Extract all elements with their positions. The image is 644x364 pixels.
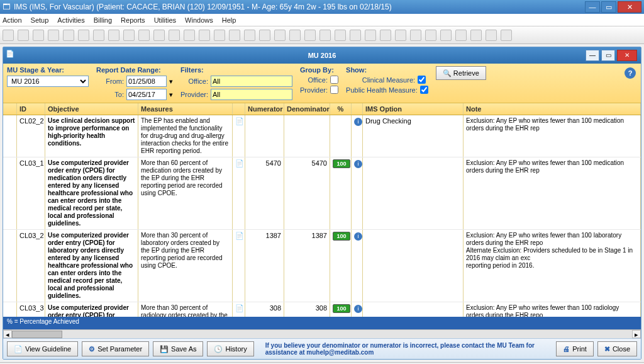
menu-billing[interactable]: Billing (94, 16, 112, 24)
info-icon[interactable]: i (354, 232, 362, 241)
guideline-icon[interactable]: 📄 (235, 304, 244, 312)
from-date-picker-icon[interactable]: ▾ (169, 77, 173, 86)
col-id[interactable]: ID (17, 103, 45, 115)
col-note[interactable]: Note (464, 103, 641, 115)
toolbar-icon-22[interactable] (335, 30, 346, 41)
toolbar-icon-17[interactable] (259, 30, 270, 41)
guideline-icon[interactable]: 📄 (235, 117, 244, 125)
table-row[interactable]: CL03_3Use computerized provider order en… (3, 302, 641, 317)
horizontal-scrollbar[interactable]: ◂ ▸ (3, 329, 641, 338)
menu-reports[interactable]: Reports (121, 16, 145, 24)
toolbar-icon-4[interactable] (63, 30, 74, 41)
toolbar-icon-11[interactable] (169, 30, 180, 41)
close-button[interactable]: ✖Close (597, 341, 637, 356)
menu-help[interactable]: Help (222, 16, 236, 24)
window-max-button[interactable]: ▭ (601, 1, 616, 13)
scrollbar-thumb[interactable] (12, 331, 62, 338)
col-measures[interactable]: Measures (138, 103, 233, 115)
panel-max-button[interactable]: ▭ (601, 50, 615, 61)
toolbar-icon-5[interactable] (78, 30, 89, 41)
toolbar-icon-28[interactable] (425, 30, 436, 41)
row-id: CL03_2 (17, 230, 45, 302)
groupby-provider-check[interactable] (330, 86, 338, 94)
info-icon[interactable]: i (354, 305, 362, 313)
guideline-icon[interactable]: 📄 (235, 159, 244, 167)
table-row[interactable]: CL02_2Use clinical decision support to i… (3, 115, 641, 157)
window-close-button[interactable]: ✕ (618, 1, 641, 13)
office-label: Office: (180, 77, 208, 85)
toolbar-icon-3[interactable] (48, 30, 59, 41)
toolbar-icon-8[interactable] (123, 30, 135, 41)
toolbar-icon-14[interactable] (214, 30, 225, 41)
toolbar-icon-30[interactable] (455, 30, 467, 41)
row-numerator: 308 (245, 302, 284, 317)
col-numerator[interactable]: Numerator (245, 103, 284, 115)
row-numerator: 1387 (245, 230, 284, 302)
public-measure-check[interactable] (420, 86, 428, 94)
toolbar-icon-33[interactable] (501, 30, 512, 41)
menu-setup[interactable]: Setup (31, 16, 49, 24)
col-objective[interactable]: Objective (45, 103, 138, 115)
print-button[interactable]: 🖨Print (556, 341, 594, 356)
toolbar-icon-2[interactable] (33, 30, 44, 41)
window-title: IMS (IMS, For Vascular) (Patient: CACACE… (14, 3, 392, 11)
provider-input[interactable] (211, 89, 292, 100)
panel-close-button[interactable]: ✕ (617, 50, 637, 61)
toolbar-icon-7[interactable] (108, 30, 119, 41)
toolbar-icon-10[interactable] (153, 30, 165, 41)
document-icon: 📄 (14, 345, 23, 353)
stage-select[interactable]: MU 2016 (7, 76, 89, 87)
save-as-button[interactable]: 💾Save As (153, 341, 203, 356)
history-button[interactable]: 🕓History (207, 341, 253, 356)
grid-body[interactable]: CL02_2Use clinical decision support to i… (3, 115, 641, 317)
panel-title: MU 2016 (3, 47, 641, 64)
toolbar-icon-12[interactable] (184, 30, 195, 41)
row-measure: The EP has enabled and implemented the f… (138, 115, 233, 157)
toolbar-icon-18[interactable] (274, 30, 286, 41)
toolbar-icon-16[interactable] (244, 30, 255, 41)
menu-utilities[interactable]: Utilities (154, 16, 176, 24)
info-icon[interactable]: i (354, 118, 362, 126)
window-min-button[interactable]: — (585, 1, 600, 13)
toolbar-icon-29[interactable] (440, 30, 452, 41)
table-row[interactable]: CL03_1Use computerized provider order en… (3, 157, 641, 230)
toolbar-icon-31[interactable] (470, 30, 482, 41)
menu-activities[interactable]: Activities (57, 16, 84, 24)
toolbar-icon-19[interactable] (289, 30, 301, 41)
retrieve-button[interactable]: 🔍 Retrieve (436, 66, 486, 80)
office-input[interactable] (211, 76, 292, 87)
toolbar-icon-21[interactable] (319, 30, 331, 41)
toolbar-icon-20[interactable] (304, 30, 316, 41)
col-percent[interactable]: % (330, 103, 352, 115)
view-guideline-button[interactable]: 📄View Guideline (7, 341, 78, 356)
guideline-icon[interactable]: 📄 (235, 232, 244, 239)
toolbar-icon-13[interactable] (199, 30, 210, 41)
menu-action[interactable]: Action (3, 16, 22, 24)
panel-min-button[interactable]: — (586, 50, 599, 61)
to-date-input[interactable] (126, 89, 167, 100)
filter-bar: MU Stage & Year: MU 2016 Report Date Ran… (3, 64, 641, 103)
help-icon[interactable]: ? (625, 67, 636, 79)
toolbar-icon-24[interactable] (365, 30, 376, 41)
col-ims-option[interactable]: IMS Option (363, 103, 464, 115)
toolbar-icon-6[interactable] (93, 30, 104, 41)
toolbar-icon-1[interactable] (18, 30, 29, 41)
to-date-picker-icon[interactable]: ▾ (169, 91, 173, 99)
toolbar-icon-0[interactable] (3, 30, 14, 41)
col-denominator[interactable]: Denominator (284, 103, 330, 115)
groupby-office-check[interactable] (330, 76, 338, 84)
from-date-input[interactable] (126, 76, 167, 87)
set-parameter-button[interactable]: ⚙Set Parameter (82, 341, 149, 356)
toolbar-icon-32[interactable] (486, 30, 497, 41)
clinical-measure-check[interactable] (418, 76, 426, 84)
toolbar-icon-25[interactable] (380, 30, 391, 41)
menu-windows[interactable]: Windows (185, 16, 213, 24)
toolbar-icon-15[interactable] (229, 30, 240, 41)
row-ims-option (363, 230, 464, 302)
table-row[interactable]: CL03_2Use computerized provider order en… (3, 230, 641, 302)
toolbar-icon-23[interactable] (350, 30, 361, 41)
toolbar-icon-27[interactable] (410, 30, 421, 41)
toolbar-icon-26[interactable] (395, 30, 406, 41)
info-icon[interactable]: i (354, 160, 362, 168)
toolbar-icon-9[interactable] (138, 30, 150, 41)
